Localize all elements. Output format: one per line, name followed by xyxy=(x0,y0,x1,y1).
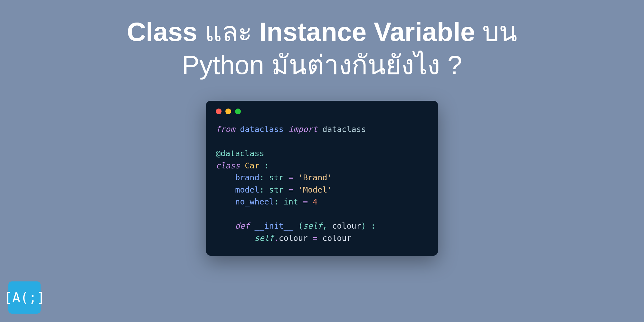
code-keyword-from: from xyxy=(216,125,235,134)
code-colon: : xyxy=(259,173,264,182)
code-indent xyxy=(216,221,235,231)
code-val-colour: colour xyxy=(322,233,351,243)
close-icon xyxy=(216,109,222,114)
code-equals: = xyxy=(303,197,308,206)
title-line-1: Class และ Instance Variable บน xyxy=(0,15,644,49)
title-bold-class: Class xyxy=(127,17,197,46)
code-attr-no-wheel: no_wheel xyxy=(235,197,274,206)
title-bold-instance-variable: Instance Variable xyxy=(259,17,475,46)
code-content: from dataclass import dataclass @datacla… xyxy=(216,123,428,244)
code-indent xyxy=(216,173,235,182)
code-indent-2 xyxy=(216,233,254,243)
code-class-name: Car xyxy=(240,161,264,170)
code-colon: : xyxy=(274,197,279,206)
code-decorator: @dataclass xyxy=(216,149,264,158)
code-type-str: str xyxy=(264,185,289,194)
code-equals: = xyxy=(289,173,293,182)
code-number-4: 4 xyxy=(308,197,317,206)
code-equals: = xyxy=(308,233,322,243)
code-keyword-class: class xyxy=(216,161,240,170)
code-type-str: str xyxy=(264,173,289,182)
code-attr-model: model xyxy=(235,185,259,194)
code-indent xyxy=(216,185,235,194)
code-param-colour: colour xyxy=(332,221,361,231)
code-self: self xyxy=(303,221,322,231)
minimize-icon xyxy=(225,109,231,114)
code-keyword-import: import xyxy=(289,125,317,134)
title-text-and: และ xyxy=(197,17,260,46)
code-attr-brand: brand xyxy=(235,173,259,182)
title-text-on: บน xyxy=(475,17,517,46)
code-type-int: int xyxy=(279,197,303,206)
code-string-model: 'Model' xyxy=(293,185,332,194)
code-paren-close: ) xyxy=(361,221,371,231)
title-line-2: Python มันต่างกันยังไง ? xyxy=(0,49,644,82)
code-keyword-def: def xyxy=(235,221,250,231)
code-indent xyxy=(216,197,235,206)
code-import-name: dataclass xyxy=(317,125,366,134)
code-prop-colour: colour xyxy=(279,233,308,243)
code-colon: : xyxy=(371,221,376,231)
code-window: from dataclass import dataclass @datacla… xyxy=(206,101,438,256)
title-container: Class และ Instance Variable บน Python มั… xyxy=(0,0,644,81)
logo-text: [A(;] xyxy=(4,290,45,306)
code-self: self xyxy=(254,233,274,243)
traffic-lights xyxy=(216,109,428,114)
code-colon: : xyxy=(264,161,269,170)
code-equals: = xyxy=(289,185,293,194)
code-comma: , xyxy=(322,221,332,231)
code-module: dataclass xyxy=(235,125,289,134)
code-colon: : xyxy=(259,185,264,194)
logo-badge: [A(;] xyxy=(8,281,41,314)
code-paren-open: ( xyxy=(298,221,303,231)
code-dot: . xyxy=(274,233,279,243)
code-func-init: __init__ xyxy=(250,221,298,231)
code-string-brand: 'Brand' xyxy=(293,173,332,182)
maximize-icon xyxy=(235,109,241,114)
